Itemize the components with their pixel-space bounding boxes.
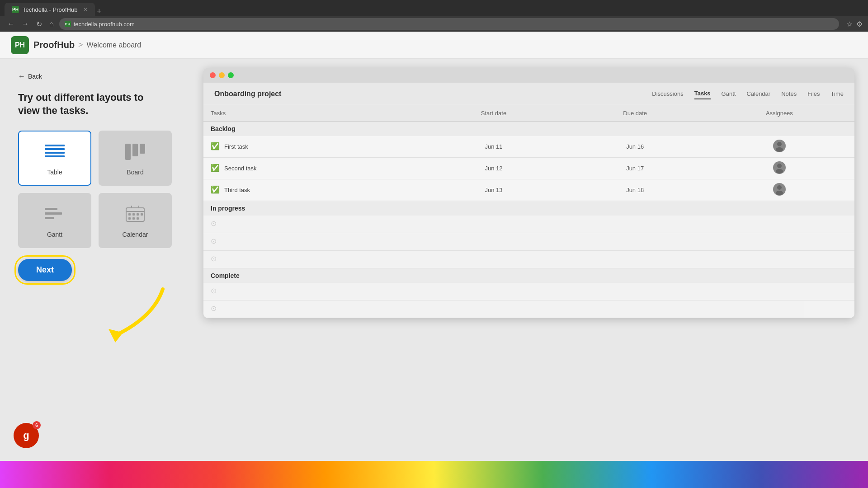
check-empty-icon: ⊙ (211, 219, 221, 229)
check-icon: ✅ (211, 142, 221, 152)
preview-content: Onboarding project Discussions Tasks Gan… (203, 83, 854, 318)
back-arrow-icon: ← (18, 72, 25, 80)
back-label: Back (28, 73, 42, 80)
table-row: ✅First task Jun 11 Jun 16 (203, 136, 854, 158)
tab-tasks[interactable]: Tasks (694, 88, 711, 99)
svg-point-23 (776, 147, 783, 152)
browser-chrome: PH Techdella - ProofHub ✕ + ← → ↻ ⌂ PH t… (0, 0, 868, 32)
arrow-annotation (72, 280, 181, 352)
table-row: ⊙ (203, 300, 854, 318)
titlebar-dot-green (228, 72, 234, 78)
nav-refresh-button[interactable]: ↻ (34, 18, 44, 30)
avatar-circle: g 6 (14, 423, 39, 448)
layout-card-table[interactable]: Table (18, 131, 91, 186)
svg-rect-5 (132, 144, 138, 156)
svg-rect-20 (137, 217, 139, 220)
gantt-icon (41, 203, 68, 225)
board-label: Board (127, 169, 143, 176)
bookmark-button[interactable]: ☆ (846, 20, 853, 28)
section-in-progress: In progress (203, 201, 854, 216)
back-link[interactable]: ← Back (18, 72, 172, 80)
assignee-avatar (773, 183, 786, 196)
svg-rect-8 (45, 212, 62, 215)
logo-icon: PH (11, 36, 29, 54)
nav-back-button[interactable]: ← (5, 18, 16, 30)
svg-rect-2 (45, 152, 65, 154)
col-assignees: Assignees (704, 105, 854, 122)
project-name: Onboarding project (214, 90, 281, 98)
svg-rect-3 (45, 155, 65, 157)
nav-home-button[interactable]: ⌂ (47, 18, 56, 30)
browser-actions: ☆ ⚙ (846, 20, 863, 28)
svg-point-24 (777, 164, 782, 168)
tab-time[interactable]: Time (831, 89, 844, 99)
svg-rect-19 (132, 217, 135, 220)
svg-point-22 (777, 142, 782, 146)
notification-badge: 6 (33, 421, 41, 429)
tab-title: Techdella - ProofHub (23, 6, 77, 13)
app-header: PH ProofHub > Welcome aboard (0, 32, 868, 59)
svg-point-27 (776, 191, 783, 195)
nav-forward-button[interactable]: → (20, 18, 31, 30)
svg-rect-14 (128, 213, 131, 216)
check-empty-icon: ⊙ (211, 254, 221, 264)
calendar-icon (122, 203, 149, 225)
tab-close-btn[interactable]: ✕ (83, 6, 88, 13)
table-row: ⊙ (203, 233, 854, 251)
user-avatar[interactable]: g 6 (14, 423, 42, 452)
calendar-label: Calendar (123, 231, 148, 238)
layout-grid: Table Board (18, 131, 172, 248)
address-bar-row: ← → ↻ ⌂ PH techdella.proofhub.com ☆ ⚙ (0, 16, 868, 32)
check-empty-icon: ⊙ (211, 237, 221, 247)
breadcrumb-text: Welcome aboard (87, 41, 142, 49)
tab-gantt[interactable]: Gantt (722, 89, 736, 99)
svg-marker-21 (108, 329, 123, 343)
logo-text: ProofHub (33, 40, 75, 50)
tab-bar: PH Techdella - ProofHub ✕ + (0, 0, 868, 16)
tab-discussions[interactable]: Discussions (652, 89, 683, 99)
table-row: ⊙ (203, 283, 854, 300)
check-empty-icon: ⊙ (211, 304, 221, 314)
svg-rect-4 (125, 144, 131, 160)
table-row: ✅Third task Jun 13 Jun 18 (203, 179, 854, 201)
gantt-label: Gantt (47, 231, 62, 238)
assignee-avatar (773, 140, 786, 152)
table-row: ✅Second task Jun 12 Jun 17 (203, 158, 854, 179)
col-start-date: Start date (421, 105, 566, 122)
svg-point-25 (776, 169, 783, 174)
layout-card-gantt[interactable]: Gantt (18, 193, 91, 248)
extensions-button[interactable]: ⚙ (856, 20, 863, 28)
titlebar-dot-red (210, 72, 216, 78)
table-row: ⊙ (203, 251, 854, 268)
check-icon: ✅ (211, 185, 221, 195)
panel-title: Try out different layouts to view the ta… (18, 91, 145, 117)
svg-rect-1 (45, 148, 65, 150)
check-empty-icon: ⊙ (211, 286, 221, 296)
titlebar-dot-yellow (219, 72, 225, 78)
check-icon: ✅ (211, 164, 221, 174)
layout-card-board[interactable]: Board (99, 131, 172, 186)
tab-notes[interactable]: Notes (781, 89, 797, 99)
tab-calendar[interactable]: Calendar (746, 89, 770, 99)
right-panel: Onboarding project Discussions Tasks Gan… (190, 59, 868, 461)
col-tasks: Tasks (203, 105, 421, 122)
svg-rect-16 (137, 213, 139, 216)
preview-window: Onboarding project Discussions Tasks Gan… (203, 68, 854, 318)
svg-point-26 (777, 185, 782, 190)
svg-rect-7 (45, 208, 57, 210)
main-content: ← Back Try out different layouts to view… (0, 59, 868, 461)
board-icon (122, 141, 149, 163)
browser-tab[interactable]: PH Techdella - ProofHub ✕ (5, 3, 95, 16)
new-tab-button[interactable]: + (97, 7, 102, 16)
layout-card-calendar[interactable]: Calendar (99, 193, 172, 248)
avatar-letter: g (23, 430, 29, 441)
breadcrumb-separator: > (78, 40, 83, 50)
task-table: Tasks Start date Due date Assignees Back… (203, 105, 854, 318)
next-button[interactable]: Next (18, 259, 72, 281)
project-tabs: Discussions Tasks Gantt Calendar Notes F… (652, 88, 844, 99)
project-header: Onboarding project Discussions Tasks Gan… (203, 83, 854, 105)
address-bar[interactable]: PH techdella.proofhub.com (59, 18, 839, 30)
next-button-wrapper: Next (18, 259, 72, 281)
col-due-date: Due date (566, 105, 704, 122)
tab-files[interactable]: Files (807, 89, 820, 99)
